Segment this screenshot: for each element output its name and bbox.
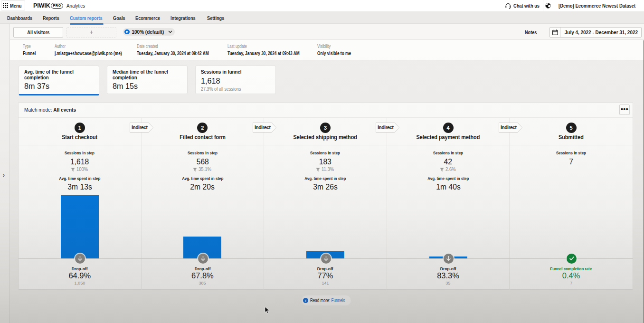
svg-text:Indirect: Indirect [501,124,517,130]
svg-text:Indirect: Indirect [132,124,148,130]
svg-text:Indirect: Indirect [378,124,394,130]
svg-text:Indirect: Indirect [255,124,271,130]
